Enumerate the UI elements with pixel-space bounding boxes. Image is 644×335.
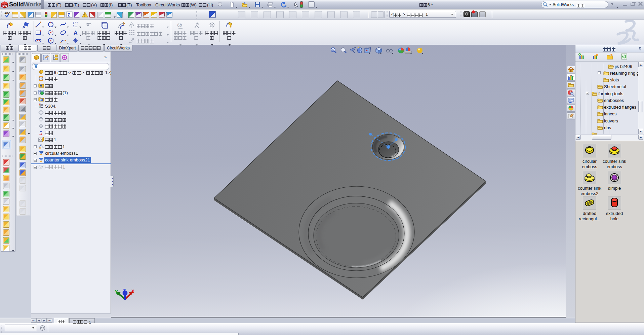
svg-text:X: X xyxy=(131,289,134,294)
svg-text:Y: Y xyxy=(115,290,118,295)
svg-text:ABC: ABC xyxy=(4,12,10,15)
svg-text:A: A xyxy=(74,30,78,36)
svg-text:SW: SW xyxy=(2,4,7,7)
svg-text:A: A xyxy=(40,84,42,87)
svg-text:Σ: Σ xyxy=(68,12,70,17)
svg-text:Σ: Σ xyxy=(40,99,42,102)
svg-text:Z: Z xyxy=(123,288,126,294)
svg-text:6b: 6b xyxy=(177,23,182,28)
